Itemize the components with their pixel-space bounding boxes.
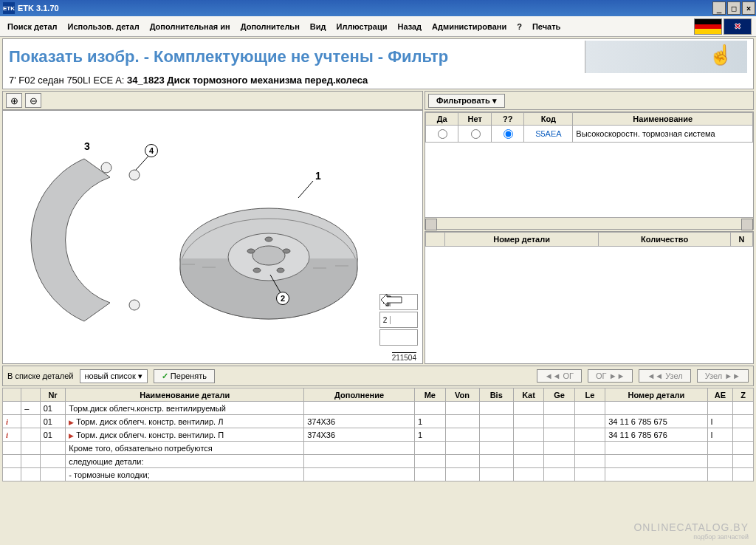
lang-english-button[interactable]: [724, 18, 752, 35]
sp-col-n[interactable]: N: [731, 233, 753, 247]
callout-4[interactable]: 4: [145, 144, 158, 157]
menu-search[interactable]: Поиск детал: [4, 21, 61, 32]
svg-point-6: [252, 246, 285, 265]
sp-col-number[interactable]: Номер детали: [445, 233, 599, 247]
dt-col-me[interactable]: Me: [415, 388, 446, 402]
apply-button[interactable]: ✓Перенять: [154, 369, 215, 383]
legend-num-2: 2: [380, 316, 391, 324]
dt-col-info[interactable]: [3, 388, 21, 402]
zoom-toolbar: ⊕ ⊖: [2, 91, 423, 110]
menu-admin[interactable]: Администировани: [429, 21, 509, 32]
filter-row[interactable]: S5AEA Высокоскоростн. тормозная система: [426, 126, 753, 143]
info-icon: i: [6, 417, 8, 426]
details-row[interactable]: - тормозные колодки;: [3, 468, 754, 481]
filter-col-q[interactable]: ??: [491, 113, 523, 126]
svg-point-9: [277, 268, 284, 272]
filter-name: Высокоскоростн. тормозная система: [573, 126, 753, 143]
dt-col-le[interactable]: Le: [574, 388, 605, 402]
callout-3: 3: [84, 140, 90, 152]
menubar: Поиск детал Использов. детал Дополнитель…: [0, 16, 756, 37]
dt-col-bis[interactable]: Bis: [479, 388, 513, 402]
details-row[interactable]: i01▶ Торм. диск облегч. констр. вентилир…: [3, 428, 754, 442]
filter-col-no[interactable]: Нет: [458, 113, 491, 126]
legend-row-2[interactable]: 2: [379, 312, 418, 328]
main-area: ⊕ ⊖: [2, 91, 754, 364]
node-next-button[interactable]: Узел ►►: [697, 369, 749, 383]
sp-col-blank[interactable]: [426, 233, 445, 247]
brake-disc-diagram: [3, 111, 416, 362]
details-row[interactable]: Кроме того, обязательно потребуются: [3, 442, 754, 455]
selected-parts-panel: Номер детали Количество N: [425, 231, 754, 364]
details-row[interactable]: –01Торм.диск облегч.констр. вентилируемы…: [3, 402, 754, 415]
legend-undo[interactable]: [379, 329, 418, 346]
dt-col-kat[interactable]: Kat: [513, 388, 544, 402]
filter-col-name[interactable]: Наименование: [573, 113, 753, 126]
dt-col-name[interactable]: Наименование детали: [66, 388, 304, 402]
diagram-canvas[interactable]: 3 4 1 2 4 2: [2, 110, 423, 364]
window-title: ETK 3.1.70: [18, 4, 59, 13]
dt-col-von[interactable]: Von: [445, 388, 479, 402]
details-row[interactable]: i01▶ Торм. диск облегч. констр. вентилир…: [3, 415, 754, 428]
filter-button[interactable]: Фильтровать ▾: [428, 94, 505, 108]
menu-help[interactable]: ?: [514, 21, 525, 32]
dt-col-nr[interactable]: Nr: [40, 388, 66, 402]
dt-col-dop[interactable]: Дополнение: [304, 388, 415, 402]
maximize-button[interactable]: □: [727, 1, 740, 15]
diagram-pane: ⊕ ⊖: [2, 91, 423, 364]
titlebar: ETK ETK 3.1.70 _ □ ×: [0, 0, 756, 16]
watermark: ONLINECATALOG.BY подбор запчастей: [633, 521, 749, 541]
svg-point-1: [129, 170, 140, 180]
close-button[interactable]: ×: [742, 1, 755, 15]
breadcrumb: 7' F02 седан 750LI ECE A: 34_1823 Диск т…: [3, 75, 753, 89]
vehicle-info: 7' F02 седан 750LI ECE A:: [9, 75, 124, 86]
filter-scrollbar[interactable]: [425, 217, 753, 229]
filter-col-yes[interactable]: Да: [426, 113, 458, 126]
svg-point-8: [283, 249, 290, 253]
zoom-in-button[interactable]: ⊕: [6, 93, 22, 108]
lang-german-button[interactable]: [694, 18, 722, 35]
og-prev-button[interactable]: ◄◄ ОГ: [537, 369, 582, 383]
filter-radio-no[interactable]: [471, 129, 481, 139]
filter-col-code[interactable]: Код: [524, 113, 573, 126]
filter-panel: Да Нет ?? Код Наименование S5AEA Высокос…: [425, 112, 754, 230]
menu-extra-info[interactable]: Дополнительная ин: [147, 21, 233, 32]
minimize-button[interactable]: _: [712, 1, 726, 15]
info-icon: i: [6, 431, 8, 439]
diagram-id: 211504: [392, 352, 416, 362]
dt-col-z[interactable]: Z: [733, 388, 754, 402]
diagram-legend: 4 2: [379, 294, 418, 346]
page-title: Показать изобр. - Комплектующие не учтен…: [9, 47, 448, 66]
dt-col-partnum[interactable]: Номер детали: [605, 388, 707, 402]
menu-view[interactable]: Вид: [307, 21, 329, 32]
svg-point-0: [101, 162, 111, 173]
pointer-icon: ☝: [709, 44, 732, 66]
filter-code[interactable]: S5AEA: [524, 126, 573, 143]
filter-radio-yes[interactable]: [438, 129, 447, 139]
menu-extra[interactable]: Дополнительн: [238, 21, 303, 32]
svg-point-10: [253, 268, 261, 272]
dt-col-ae[interactable]: AE: [707, 388, 733, 402]
sp-col-qty[interactable]: Количество: [599, 233, 731, 247]
dt-col-mark[interactable]: [21, 388, 40, 402]
menu-back[interactable]: Назад: [394, 21, 425, 32]
menu-usage[interactable]: Использов. детал: [65, 21, 142, 32]
filter-table: Да Нет ?? Код Наименование S5AEA Высокос…: [425, 112, 753, 143]
zoom-out-button[interactable]: ⊖: [25, 93, 41, 108]
triangle-icon: ▶: [69, 419, 74, 426]
menu-print[interactable]: Печать: [529, 21, 563, 32]
callout-2[interactable]: 2: [276, 292, 289, 305]
filter-radio-q[interactable]: [504, 129, 513, 139]
og-next-button[interactable]: ОГ ►►: [588, 369, 633, 383]
header-panel: Показать изобр. - Комплектующие не учтен…: [2, 38, 754, 89]
filter-toolbar: Фильтровать ▾: [425, 91, 754, 110]
menu-illustration[interactable]: Иллюстраци: [333, 21, 390, 32]
svg-point-11: [247, 249, 255, 253]
dt-col-ge[interactable]: Ge: [544, 388, 575, 402]
part-code: 34_1823 Диск тормозного механизма перед.…: [127, 75, 368, 86]
parts-banner: ☝: [585, 41, 747, 73]
details-row[interactable]: следующие детали:: [3, 455, 754, 468]
svg-point-7: [265, 237, 272, 241]
node-prev-button[interactable]: ◄◄ Узел: [639, 369, 690, 383]
list-select[interactable]: новый список ▾: [80, 369, 148, 383]
details-table: Nr Наименование детали Дополнение Me Von…: [2, 388, 754, 481]
